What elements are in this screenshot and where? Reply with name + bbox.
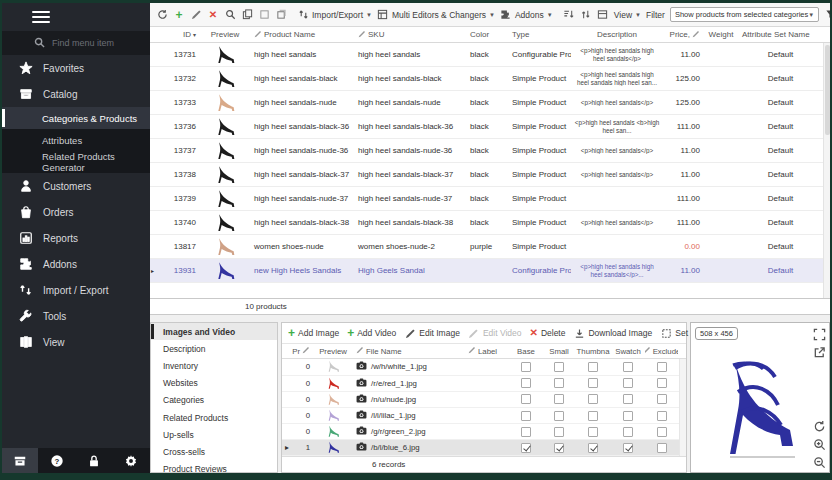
- base-checkbox[interactable]: [521, 411, 531, 421]
- zoom-out-icon[interactable]: [813, 455, 826, 468]
- col-weight[interactable]: Weight: [703, 30, 739, 39]
- base-checkbox[interactable]: [521, 378, 531, 388]
- col-base[interactable]: Base: [509, 347, 543, 356]
- download-image-button[interactable]: Download Image: [573, 327, 652, 339]
- col-product-name[interactable]: Product Name: [251, 30, 355, 40]
- col-label[interactable]: Label: [465, 346, 509, 356]
- sidebar-subitem[interactable]: Related Products Generator: [2, 151, 150, 173]
- edit-image-button[interactable]: Edit Image: [404, 327, 460, 339]
- sidebar-item-catalog[interactable]: Catalog: [2, 81, 150, 107]
- col-file-name[interactable]: File Name: [353, 346, 465, 356]
- sort-az-icon[interactable]: [563, 9, 575, 21]
- import-export-button[interactable]: Import/Export▼: [297, 9, 372, 21]
- col-exclude[interactable]: Exclude: [645, 346, 678, 356]
- col-type[interactable]: Type: [509, 30, 571, 39]
- sidebar-item-orders[interactable]: Orders: [2, 199, 150, 225]
- product-row[interactable]: ▸ 13931 new High Heels Sandals High Geel…: [150, 259, 830, 283]
- search-products-icon[interactable]: [224, 9, 236, 21]
- swatch-checkbox[interactable]: [623, 427, 633, 437]
- refresh-icon[interactable]: [156, 9, 168, 21]
- sort-order-icon[interactable]: [580, 9, 592, 21]
- col-sku[interactable]: SKU: [355, 30, 467, 40]
- detail-tab[interactable]: Websites: [151, 375, 277, 392]
- exclude-checkbox[interactable]: [657, 427, 667, 437]
- swatch-checkbox[interactable]: [623, 411, 633, 421]
- view-button[interactable]: View▼: [614, 10, 641, 20]
- sidebar-item-reports[interactable]: Reports: [2, 225, 150, 251]
- edit-video-button[interactable]: Edit Video: [468, 327, 522, 339]
- filters-button[interactable]: Filters▼: [824, 9, 830, 21]
- thumbnail-checkbox[interactable]: [588, 362, 598, 372]
- exclude-checkbox[interactable]: [657, 378, 667, 388]
- add-product-icon[interactable]: +: [173, 9, 185, 21]
- layout-icon[interactable]: [597, 9, 609, 21]
- hamburger-menu-icon[interactable]: [32, 11, 50, 23]
- swatch-checkbox[interactable]: [623, 378, 633, 388]
- product-row[interactable]: 13736 high heel sandals-black-36 high he…: [150, 115, 830, 139]
- detail-tab[interactable]: Cross-sells: [151, 443, 277, 460]
- thumbnail-checkbox[interactable]: [588, 394, 598, 404]
- duplicate-icon[interactable]: [275, 9, 287, 21]
- store-icon[interactable]: [2, 448, 38, 473]
- menu-search[interactable]: Find menu item: [2, 31, 150, 55]
- base-checkbox[interactable]: [521, 443, 531, 453]
- addons-button[interactable]: Addons▼: [500, 9, 553, 21]
- help-icon[interactable]: ?: [38, 448, 75, 473]
- small-checkbox[interactable]: [554, 394, 564, 404]
- sidebar-subitem[interactable]: Attributes: [2, 129, 150, 151]
- small-checkbox[interactable]: [554, 411, 564, 421]
- sidebar-item-customers[interactable]: Customers: [2, 173, 150, 199]
- add-image-button[interactable]: +Add Image: [288, 328, 339, 338]
- products-scrollbar[interactable]: [823, 43, 830, 298]
- detail-tab[interactable]: Up-sells: [151, 426, 277, 443]
- thumbnail-checkbox[interactable]: [588, 378, 598, 388]
- detail-tab[interactable]: Description: [151, 340, 277, 357]
- image-row[interactable]: 0 /l/i/lilac_1.jpg: [282, 408, 686, 424]
- product-row[interactable]: 13738 high heel sandals-black-37 high he…: [150, 163, 830, 187]
- product-row[interactable]: 13740 high heel sandals-black-38 high he…: [150, 211, 830, 235]
- lock-icon[interactable]: [75, 448, 112, 473]
- detail-tab[interactable]: Inventory: [151, 357, 277, 374]
- sidebar-item-view[interactable]: View: [2, 329, 150, 355]
- col-img-preview[interactable]: Preview: [313, 347, 353, 356]
- swatch-checkbox[interactable]: [623, 362, 633, 372]
- product-row[interactable]: 13733 high heel sandals-nude high heel s…: [150, 91, 830, 115]
- small-checkbox[interactable]: [554, 427, 564, 437]
- sidebar-item-import-export[interactable]: Import / Export: [2, 277, 150, 303]
- exclude-checkbox[interactable]: [657, 443, 667, 453]
- swatch-checkbox[interactable]: [623, 394, 633, 404]
- product-row[interactable]: 13737 high heel sandals-nude-36 high hee…: [150, 139, 830, 163]
- product-row[interactable]: 13817 women shoes-nude women shoes-nude-…: [150, 235, 830, 259]
- gear-icon[interactable]: [113, 448, 150, 473]
- col-color[interactable]: Color: [467, 30, 509, 39]
- sidebar-item-addons[interactable]: Addons: [2, 251, 150, 277]
- col-description[interactable]: Description: [571, 30, 663, 39]
- delete-product-icon[interactable]: ✕: [207, 9, 219, 21]
- rotate-icon[interactable]: [813, 419, 826, 432]
- col-thumbnail[interactable]: Thumbna: [575, 347, 611, 356]
- swatch-checkbox[interactable]: [623, 443, 633, 453]
- col-id[interactable]: ID▾: [159, 30, 199, 39]
- base-checkbox[interactable]: [521, 362, 531, 372]
- delete-image-button[interactable]: ✕Delete: [529, 328, 565, 338]
- thumbnail-checkbox[interactable]: [588, 443, 598, 453]
- col-preview[interactable]: Preview: [199, 30, 251, 39]
- exclude-checkbox[interactable]: [657, 394, 667, 404]
- copy-icon[interactable]: [241, 9, 253, 21]
- small-checkbox[interactable]: [554, 443, 564, 453]
- base-checkbox[interactable]: [521, 427, 531, 437]
- col-swatch[interactable]: Swatch: [611, 347, 645, 356]
- select-icon[interactable]: [258, 9, 270, 21]
- detail-tab[interactable]: Product Reviews: [151, 461, 277, 474]
- sidebar-item-favorites[interactable]: Favorites: [2, 55, 150, 81]
- thumbnail-checkbox[interactable]: [588, 411, 598, 421]
- sidebar-subitem[interactable]: Categories & Products: [2, 107, 150, 129]
- multi-editors-button[interactable]: Multi Editors & Changers▼: [377, 9, 495, 21]
- detail-tab[interactable]: Categories: [151, 392, 277, 409]
- exclude-checkbox[interactable]: [657, 411, 667, 421]
- image-row[interactable]: 0 /g/r/green_2.jpg: [282, 424, 686, 440]
- small-checkbox[interactable]: [554, 378, 564, 388]
- product-row[interactable]: 13739 high heel sandals-nude-37 high hee…: [150, 187, 830, 211]
- product-row[interactable]: 13732 high heel sandals-black high heel …: [150, 67, 830, 91]
- sidebar-item-tools[interactable]: Tools: [2, 303, 150, 329]
